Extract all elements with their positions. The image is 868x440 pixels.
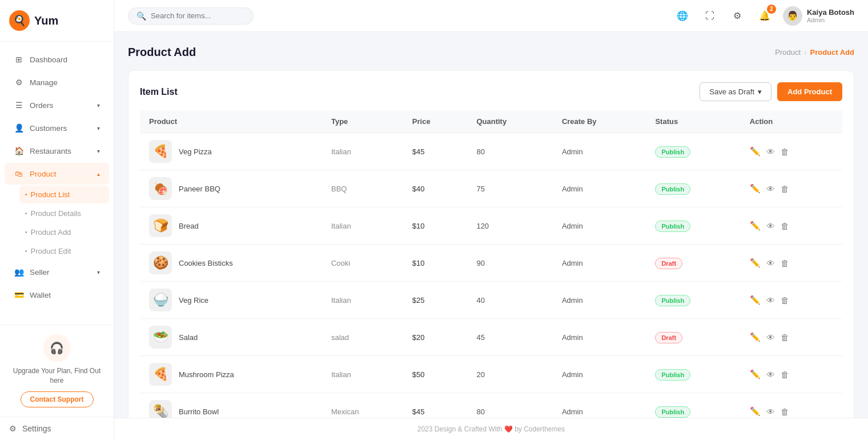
cell-price-5: $20: [403, 319, 468, 356]
table-row: 🍪 Cookies Bisticks Cooki $10 90 Admin Dr…: [140, 245, 842, 282]
cell-status-3: Draft: [646, 245, 740, 282]
delete-button-3[interactable]: 🗑: [781, 258, 789, 268]
cell-price-1: $40: [403, 170, 468, 207]
sidebar-item-product[interactable]: 🛍 Product ▴: [5, 163, 109, 185]
cell-product-4: 🍚 Veg Rice: [140, 282, 322, 319]
product-name-7: Burrito Bowl: [179, 407, 219, 416]
sidebar-label-product: Product: [30, 170, 57, 178]
manage-icon: ⚙: [14, 77, 24, 87]
product-details-label: Product Details: [31, 209, 81, 218]
delete-button-6[interactable]: 🗑: [781, 370, 789, 379]
table-row: 🌯 Burrito Bowl Mexican $45 80 Admin Publ…: [140, 393, 842, 418]
fullscreen-icon[interactable]: ⛶: [701, 7, 719, 25]
view-button-6[interactable]: 👁: [766, 370, 775, 379]
view-button-7[interactable]: 👁: [766, 407, 775, 417]
cell-action-5: ✏️ 👁 🗑: [741, 319, 842, 356]
edit-button-1[interactable]: ✏️: [750, 183, 761, 194]
search-bar[interactable]: 🔍: [128, 7, 254, 25]
cell-status-0: Publish: [646, 133, 740, 170]
notification-badge: 2: [767, 5, 776, 14]
sidebar-logo: 🍳 Yum: [0, 0, 114, 42]
delete-button-2[interactable]: 🗑: [781, 221, 789, 231]
cell-creator-0: Admin: [553, 133, 646, 170]
col-product: Product: [140, 110, 322, 133]
cell-qty-6: 20: [467, 356, 552, 393]
edit-button-7[interactable]: ✏️: [750, 406, 761, 417]
restaurants-icon: 🏠: [14, 146, 24, 156]
notifications-icon[interactable]: 🔔 2: [756, 7, 774, 25]
save-as-draft-button[interactable]: Save as Draft ▾: [700, 82, 771, 101]
edit-button-6[interactable]: ✏️: [750, 369, 761, 379]
sidebar-item-wallet[interactable]: 💳 Wallet: [5, 284, 109, 306]
cell-creator-7: Admin: [553, 393, 646, 418]
upgrade-text: Upgrade Your Plan, Find Out here: [9, 366, 105, 386]
delete-button-7[interactable]: 🗑: [781, 407, 789, 417]
sidebar-item-restaurants[interactable]: 🏠 Restaurants ▾: [5, 140, 109, 162]
upgrade-section: 🎧 Upgrade Your Plan, Find Out here Conta…: [0, 325, 114, 417]
delete-button-1[interactable]: 🗑: [781, 184, 789, 194]
view-button-5[interactable]: 👁: [766, 333, 775, 342]
cell-status-2: Publish: [646, 207, 740, 245]
status-badge-3: Draft: [655, 258, 682, 269]
edit-button-5[interactable]: ✏️: [750, 332, 761, 342]
sidebar-label-customers: Customers: [30, 124, 67, 133]
cell-price-4: $25: [403, 282, 468, 319]
delete-button-0[interactable]: 🗑: [781, 147, 789, 157]
sidebar-label-seller: Seller: [30, 268, 50, 277]
breadcrumb: Product › Product Add: [775, 48, 854, 57]
table-row: 🍕 Veg Pizza Italian $45 80 Admin Publish…: [140, 133, 842, 170]
cell-action-1: ✏️ 👁 🗑: [741, 170, 842, 207]
edit-button-2[interactable]: ✏️: [750, 221, 761, 231]
edit-button-0[interactable]: ✏️: [750, 146, 761, 157]
sidebar-item-product-details[interactable]: Product Details: [19, 205, 109, 222]
cell-action-3: ✏️ 👁 🗑: [741, 245, 842, 282]
view-button-3[interactable]: 👁: [766, 258, 775, 268]
breadcrumb-separator: ›: [804, 48, 806, 57]
delete-button-5[interactable]: 🗑: [781, 333, 789, 342]
view-button-0[interactable]: 👁: [766, 147, 775, 157]
status-badge-4: Publish: [655, 295, 690, 306]
draft-chevron-icon: ▾: [758, 87, 762, 96]
cell-action-4: ✏️ 👁 🗑: [741, 282, 842, 319]
sidebar-item-dashboard[interactable]: ⊞ Dashboard: [5, 49, 109, 70]
view-button-2[interactable]: 👁: [766, 221, 775, 231]
search-input[interactable]: [151, 11, 245, 20]
table-row: 🍚 Veg Rice Italian $25 40 Admin Publish …: [140, 282, 842, 319]
page-header: Product Add Product › Product Add: [128, 46, 854, 59]
product-image-5: 🥗: [149, 326, 172, 349]
cell-type-5: salad: [322, 319, 403, 356]
cell-product-6: 🍕 Mushroom Pizza: [140, 356, 322, 393]
globe-icon[interactable]: 🌐: [673, 7, 692, 25]
customers-chevron-icon: ▾: [97, 125, 100, 131]
logo-text: Yum: [34, 14, 58, 27]
product-image-3: 🍪: [149, 251, 172, 274]
sidebar-item-settings[interactable]: ⚙ Settings: [0, 417, 114, 440]
table-header-row: Product Type Price Quantity Create By St…: [140, 110, 842, 133]
delete-button-4[interactable]: 🗑: [781, 295, 789, 305]
view-button-4[interactable]: 👁: [766, 295, 775, 305]
card-actions: Save as Draft ▾ Add Product: [700, 82, 842, 101]
col-quantity: Quantity: [467, 110, 552, 133]
sidebar-item-product-add[interactable]: Product Add: [19, 223, 109, 241]
settings-header-icon[interactable]: ⚙: [728, 7, 746, 25]
user-profile[interactable]: 👨 Kaiya Botosh Admin: [783, 6, 854, 26]
contact-support-button[interactable]: Contact Support: [21, 391, 94, 407]
edit-button-4[interactable]: ✏️: [750, 295, 761, 305]
sidebar-item-product-edit[interactable]: Product Edit: [19, 242, 109, 260]
user-text: Kaiya Botosh Admin: [807, 8, 854, 23]
seller-icon: 👥: [14, 267, 24, 277]
edit-button-3[interactable]: ✏️: [750, 258, 761, 268]
sidebar-item-product-list[interactable]: Product List: [19, 186, 109, 203]
cell-creator-1: Admin: [553, 170, 646, 207]
sidebar-item-orders[interactable]: ☰ Orders ▾: [5, 94, 109, 116]
status-badge-0: Publish: [655, 146, 690, 158]
sidebar: 🍳 Yum ⊞ Dashboard ⚙ Manage ☰ Orders ▾ 👤 …: [0, 0, 114, 440]
product-name-5: Salad: [179, 333, 198, 342]
header-actions: 🌐 ⛶ ⚙ 🔔 2 👨 Kaiya Botosh Admin: [673, 6, 854, 26]
sidebar-item-customers[interactable]: 👤 Customers ▾: [5, 117, 109, 139]
product-list-label: Product List: [31, 190, 70, 199]
sidebar-item-manage[interactable]: ⚙ Manage: [5, 71, 109, 93]
view-button-1[interactable]: 👁: [766, 184, 775, 194]
sidebar-item-seller[interactable]: 👥 Seller ▾: [5, 261, 109, 283]
add-product-button[interactable]: Add Product: [777, 82, 842, 101]
